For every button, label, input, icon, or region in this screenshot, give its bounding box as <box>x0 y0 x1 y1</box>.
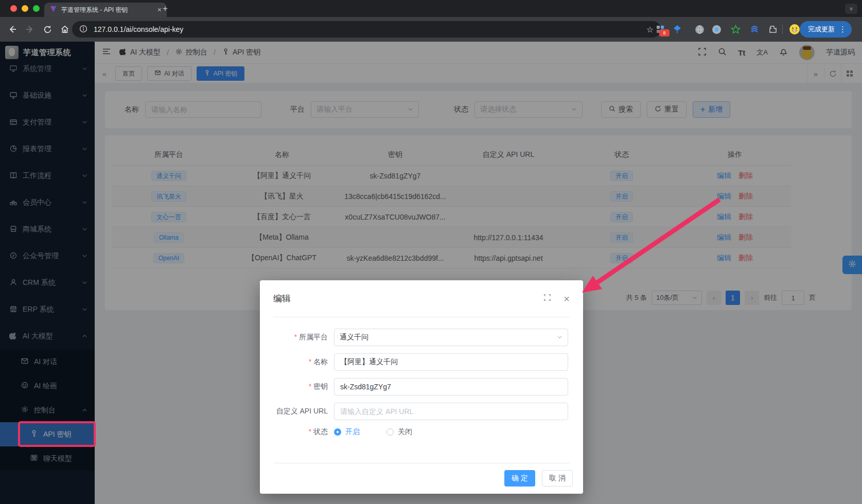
radio-on[interactable]: 开启 <box>334 427 360 437</box>
edit-dialog: 编辑 × 所属平台 通义千问 名称 密钥 <box>260 280 583 494</box>
dialog-header-icons: × <box>543 294 570 304</box>
toolbar-divider <box>782 24 783 34</box>
key-label: 密钥 <box>260 382 328 391</box>
chrome-update-button[interactable]: 完成更新 ⋮ <box>800 21 852 38</box>
dialog-footer: 确 定 取 消 <box>260 463 583 494</box>
extension-layers-icon[interactable] <box>749 24 760 35</box>
confirm-button[interactable]: 确 定 <box>504 470 535 487</box>
fullscreen-expand-icon[interactable] <box>543 294 551 303</box>
radio-off[interactable]: 关闭 <box>386 427 412 437</box>
browser-tabstrip: 芋道管理系统 - API 密钥 × + ˅ <box>0 0 862 17</box>
field-url: 自定义 API URL <box>260 403 583 420</box>
field-name: 名称 <box>260 353 583 371</box>
favicon <box>49 5 57 14</box>
extension-kite-icon[interactable] <box>672 24 683 35</box>
extension-star-icon[interactable] <box>730 24 741 35</box>
kebab-menu-icon[interactable]: ⋮ <box>839 25 847 34</box>
extension-dot-icon[interactable] <box>711 24 722 35</box>
browser-tab[interactable]: 芋道管理系统 - API 密钥 × <box>44 3 167 17</box>
dialog-body: 所属平台 通义千问 名称 密钥 自定义 API URL 状态 <box>260 317 583 437</box>
radio-unselected-icon <box>386 428 394 436</box>
status-label: 状态 <box>260 427 328 437</box>
platform-select[interactable]: 通义千问 <box>334 329 568 346</box>
key-input[interactable] <box>334 378 568 395</box>
platform-label: 所属平台 <box>260 333 328 342</box>
field-key: 密钥 <box>260 378 583 395</box>
bookmark-star-icon[interactable]: ☆ <box>646 25 654 34</box>
url-input[interactable] <box>334 403 568 420</box>
status-radio-group: 开启 关闭 <box>334 427 412 437</box>
url-label: 自定义 API URL <box>260 407 328 416</box>
close-icon[interactable]: × <box>564 294 570 304</box>
reload-icon[interactable] <box>40 22 55 37</box>
forward-icon[interactable] <box>23 22 37 37</box>
field-status: 状态 开启 关闭 <box>260 427 583 437</box>
screen: 芋道管理系统 - API 密钥 × + ˅ 127.0.0.1/ai/conso… <box>0 0 862 504</box>
update-label: 完成更新 <box>808 25 835 34</box>
extension-globe-icon[interactable] <box>694 24 705 35</box>
tab-search-button[interactable]: ˅ <box>845 4 857 14</box>
profile-emoji-icon[interactable] <box>789 24 800 35</box>
name-label: 名称 <box>260 357 328 367</box>
window-close-button[interactable] <box>10 5 17 12</box>
browser-tab-title: 芋道管理系统 - API 密钥 <box>61 6 153 14</box>
window-minimize-button[interactable] <box>22 5 28 12</box>
window-controls <box>10 5 40 12</box>
tab-close-icon[interactable]: × <box>157 6 162 14</box>
chevron-down-icon <box>557 333 562 341</box>
browser-toolbar: 127.0.0.1/ai/console/api-key ☆ 8 <box>0 17 862 42</box>
site-info-icon[interactable] <box>79 25 87 34</box>
name-input[interactable] <box>334 353 568 371</box>
extensions-puzzle-icon[interactable] <box>767 24 779 35</box>
dialog-header: 编辑 × <box>273 280 570 317</box>
address-bar[interactable]: 127.0.0.1/ai/console/api-key ☆ <box>72 21 661 38</box>
dialog-title: 编辑 <box>273 293 291 304</box>
extension-badge: 8 <box>659 29 670 37</box>
back-icon[interactable] <box>5 22 20 37</box>
cancel-button[interactable]: 取 消 <box>542 470 573 487</box>
url-text: 127.0.0.1/ai/console/api-key <box>94 25 183 33</box>
radio-selected-icon <box>334 428 341 436</box>
new-tab-button[interactable]: + <box>163 4 168 13</box>
window-zoom-button[interactable] <box>33 5 40 12</box>
home-icon[interactable] <box>58 22 72 37</box>
field-platform: 所属平台 通义千问 <box>260 329 583 346</box>
